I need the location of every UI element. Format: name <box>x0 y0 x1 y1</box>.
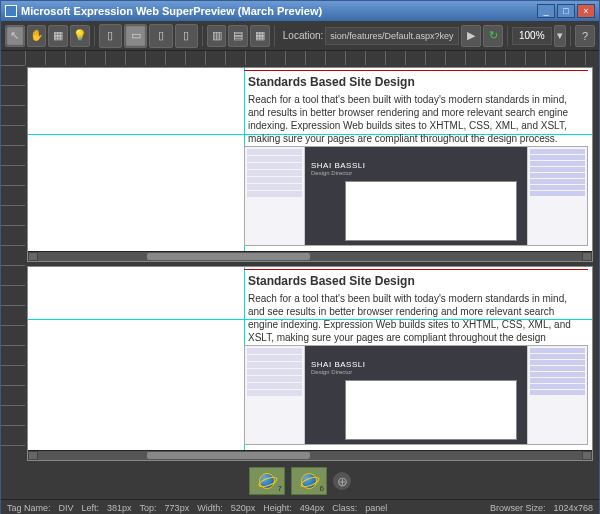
height-value: 494px <box>300 503 325 513</box>
preview-title: SHAI BASSLI <box>311 360 521 369</box>
horizontal-scrollbar[interactable] <box>28 450 592 460</box>
vertical-ruler <box>1 65 25 463</box>
ie-icon <box>259 473 275 489</box>
embedded-screenshot: SHAI BASSLI Design Director <box>244 146 588 246</box>
statusbar: Tag Name: DIV Left: 381px Top: 773px Wid… <box>1 499 599 514</box>
ie-icon <box>301 473 317 489</box>
maximize-button[interactable]: □ <box>557 4 575 18</box>
highlight-tool-button[interactable]: 💡 <box>70 25 90 47</box>
zoom-input[interactable] <box>512 27 552 45</box>
color-tool-button[interactable]: ▦ <box>48 25 68 47</box>
tag-name-label: Tag Name: <box>7 503 51 513</box>
titlebar[interactable]: Microsoft Expression Web SuperPreview (M… <box>1 1 599 21</box>
browser-tab-ie7[interactable]: 7 <box>249 467 285 495</box>
browser-tab-ie6[interactable]: 6 <box>291 467 327 495</box>
page-content: Standards Based Site Design Reach for a … <box>244 70 588 149</box>
browser-size-label: Browser Size: <box>490 503 546 513</box>
class-value: panel <box>365 503 387 513</box>
width-label: Width: <box>197 503 223 513</box>
browser-version: 6 <box>320 484 324 493</box>
help-button[interactable]: ? <box>575 25 595 47</box>
class-label: Class: <box>332 503 357 513</box>
pan-tool-button[interactable]: ✋ <box>27 25 47 47</box>
minimize-button[interactable]: _ <box>537 4 555 18</box>
browser-tabs-bar: 7 6 ⊕ <box>1 463 599 499</box>
separator <box>274 26 275 46</box>
layout-alt2-button[interactable]: ▯ <box>175 24 198 48</box>
app-icon <box>5 5 17 17</box>
browser-size-value: 1024x768 <box>553 503 593 513</box>
location-label: Location: <box>283 30 324 41</box>
top-value: 773px <box>165 503 190 513</box>
preview-title: SHAI BASSLI <box>311 161 521 170</box>
workspace: Standards Based Site Design Reach for a … <box>1 65 599 463</box>
left-label: Left: <box>82 503 100 513</box>
refresh-button[interactable]: ↻ <box>483 25 503 47</box>
left-value: 381px <box>107 503 132 513</box>
embedded-screenshot: SHAI BASSLI Design Director <box>244 345 588 445</box>
go-button[interactable]: ▶ <box>461 25 481 47</box>
separator <box>507 26 508 46</box>
add-browser-button[interactable]: ⊕ <box>333 472 351 490</box>
close-button[interactable]: × <box>577 4 595 18</box>
layout-alt1-button[interactable]: ▯ <box>149 24 172 48</box>
overlay-button[interactable]: ▦ <box>250 25 270 47</box>
content-heading: Standards Based Site Design <box>248 75 584 89</box>
top-label: Top: <box>140 503 157 513</box>
separator <box>94 26 95 46</box>
layout-wide-button[interactable]: ▭ <box>124 24 147 48</box>
browser-version: 7 <box>278 484 282 493</box>
width-value: 520px <box>231 503 256 513</box>
separator <box>570 26 571 46</box>
location-input[interactable] <box>325 27 459 45</box>
window-title: Microsoft Expression Web SuperPreview (M… <box>21 5 537 17</box>
preview-pane-bottom[interactable]: Standards Based Site Design Reach for a … <box>27 266 593 461</box>
content-body: Reach for a tool that's been built with … <box>248 93 584 145</box>
app-window: Microsoft Expression Web SuperPreview (M… <box>0 0 600 514</box>
tag-name-value: DIV <box>59 503 74 513</box>
split-horizontal-button[interactable]: ▤ <box>228 25 248 47</box>
preview-pane-top[interactable]: Standards Based Site Design Reach for a … <box>27 67 593 262</box>
pointer-tool-button[interactable]: ↖ <box>5 25 25 47</box>
preview-subtitle: Design Director <box>311 170 521 176</box>
preview-subtitle: Design Director <box>311 369 521 375</box>
main-toolbar: ↖ ✋ ▦ 💡 ▯ ▭ ▯ ▯ ▥ ▤ ▦ Location: ▶ ↻ ▾ ? <box>1 21 599 51</box>
split-vertical-button[interactable]: ▥ <box>207 25 227 47</box>
height-label: Height: <box>263 503 292 513</box>
layout-single-button[interactable]: ▯ <box>99 24 122 48</box>
horizontal-ruler <box>1 51 599 65</box>
zoom-dropdown-button[interactable]: ▾ <box>554 25 567 47</box>
horizontal-scrollbar[interactable] <box>28 251 592 261</box>
separator <box>202 26 203 46</box>
content-heading: Standards Based Site Design <box>248 274 584 288</box>
